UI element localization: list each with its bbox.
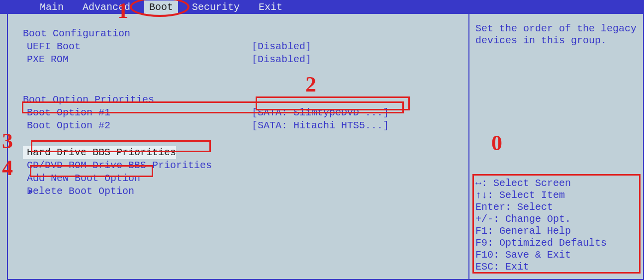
key-esc-exit: ESC: Exit bbox=[475, 261, 637, 273]
boot-option-2-label: Boot Option #2 bbox=[23, 119, 252, 132]
menu-bar: Main Advanced Boot Security Exit bbox=[0, 0, 644, 14]
key-select-item: ↑↓: Select Item bbox=[475, 189, 637, 201]
main-panel: Boot Configuration UEFI Boot [Disabled] … bbox=[7, 14, 469, 280]
pxe-rom-label: PXE ROM bbox=[23, 53, 252, 66]
boot-option-2-row[interactable]: Boot Option #2 [SATA: Hitachi HTS5...] bbox=[23, 119, 460, 132]
tab-security[interactable]: Security bbox=[187, 0, 245, 14]
key-enter: Enter: Select bbox=[475, 201, 637, 213]
key-change-opt: +/-: Change Opt. bbox=[475, 213, 637, 225]
hdd-bbs-priorities[interactable]: Hard Drive BBS Priorities bbox=[23, 146, 176, 159]
uefi-boot-value: [Disabled] bbox=[252, 40, 311, 53]
uefi-boot-row[interactable]: UEFI Boot [Disabled] bbox=[23, 40, 460, 53]
tab-exit[interactable]: Exit bbox=[254, 0, 287, 14]
uefi-boot-label: UEFI Boot bbox=[23, 40, 252, 53]
tab-main[interactable]: Main bbox=[35, 0, 69, 14]
boot-priorities-header: Boot Option Priorities bbox=[23, 94, 460, 105]
tab-advanced[interactable]: Advanced bbox=[78, 0, 135, 14]
key-select-screen: ↔: Select Screen bbox=[475, 178, 637, 189]
key-general-help: F1: General Help bbox=[475, 225, 637, 237]
boot-option-1-label: Boot Option #1 bbox=[23, 106, 252, 119]
boot-option-1-row[interactable]: Boot Option #1 [SATA: SlimtypeDVD ...] bbox=[23, 106, 460, 119]
boot-option-1-value: [SATA: SlimtypeDVD ...] bbox=[252, 106, 389, 119]
boot-config-header: Boot Configuration bbox=[23, 28, 460, 39]
pxe-rom-value: [Disabled] bbox=[252, 53, 311, 66]
key-help: ↔: Select Screen ↑↓: Select Item Enter: … bbox=[475, 178, 637, 273]
pxe-rom-row[interactable]: PXE ROM [Disabled] bbox=[23, 53, 460, 66]
boot-option-2-value: [SATA: Hitachi HTS5...] bbox=[252, 119, 389, 132]
tab-boot[interactable]: Boot bbox=[144, 0, 178, 14]
help-description: Set the order of the legacy devices in t… bbox=[475, 23, 637, 47]
cd-dvd-bbs-priorities[interactable]: CD/DVD ROM Drive BBS Priorities bbox=[23, 159, 460, 172]
help-panel: Set the order of the legacy devices in t… bbox=[469, 14, 644, 280]
key-optimized-defaults: F9: Optimized Defaults bbox=[475, 237, 637, 249]
delete-boot-option[interactable]: Delete Boot Option bbox=[23, 185, 460, 198]
content-area: Boot Configuration UEFI Boot [Disabled] … bbox=[0, 14, 644, 280]
add-new-boot-option[interactable]: Add New Boot Option bbox=[23, 172, 460, 185]
key-save-exit: F10: Save & Exit bbox=[475, 249, 637, 261]
